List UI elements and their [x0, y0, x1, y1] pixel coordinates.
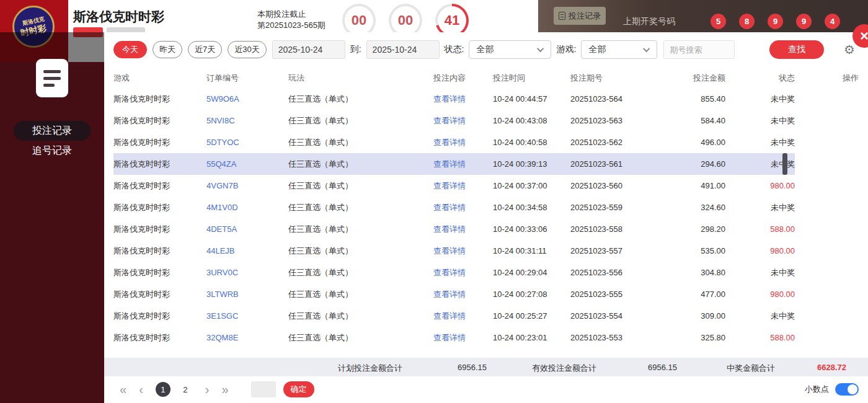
page-jump-input[interactable] [251, 381, 276, 397]
valid-total-label: 有效投注金额合计 [532, 363, 596, 374]
order-link[interactable]: 4M1V0D [206, 203, 288, 212]
prev-page-icon[interactable]: ‹ [139, 383, 143, 396]
amount-cell: 309.00 [645, 311, 725, 321]
status-cell: 未中奖 [725, 311, 795, 322]
column-header: 状态 [725, 73, 795, 84]
time-cell: 10-24 00:37:00 [493, 181, 570, 190]
order-link[interactable]: 4VGN7B [206, 181, 288, 190]
game-select[interactable]: 全部 [581, 40, 657, 59]
gear-icon[interactable]: ⚙ [844, 42, 855, 57]
order-link[interactable]: 3URV0C [206, 268, 288, 277]
play-cell: 任三直选（单式） [288, 159, 406, 170]
draw-number-ball: 9 [796, 14, 812, 29]
status-select[interactable]: 全部 [469, 40, 551, 59]
table-row[interactable]: 斯洛伐克时时彩3LTWRB任三直选（单式）查看详情10-24 00:27:082… [113, 283, 859, 305]
table-row[interactable]: 斯洛伐克时时彩5NVI8C任三直选（单式）查看详情10-24 00:43:082… [113, 110, 859, 131]
amount-cell: 294.60 [645, 159, 725, 169]
detail-link[interactable]: 查看详情 [406, 246, 493, 257]
game-cell: 斯洛伐克时时彩 [113, 289, 206, 300]
play-cell: 任三直选（单式） [288, 137, 406, 148]
column-header: 订单编号 [206, 73, 288, 84]
time-cell: 10-24 00:40:58 [493, 138, 570, 147]
planned-total-label: 计划投注金额合计 [338, 363, 402, 374]
game-cell: 斯洛伐克时时彩 [113, 332, 206, 343]
draw-number-ball: 5 [711, 14, 726, 29]
detail-link[interactable]: 查看详情 [406, 311, 493, 322]
sidebar-item-bet-records[interactable]: 投注记录 [14, 121, 91, 141]
deadline-period: 第20251023-565期 [257, 20, 326, 31]
sidebar-nav: 投注记录追号记录 [0, 97, 104, 161]
last-draw-label: 上期开奖号码 [623, 16, 675, 27]
table-row[interactable]: 斯洛伐克时时彩3E1SGC任三直选（单式）查看详情10-24 00:25:272… [113, 305, 859, 327]
detail-link[interactable]: 查看详情 [406, 159, 493, 170]
table-row[interactable]: 斯洛伐克时时彩44LEJB任三直选（单式）查看详情10-24 00:31:112… [113, 240, 859, 262]
quick-filter-button[interactable]: 近7天 [188, 41, 222, 58]
game-cell: 斯洛伐克时时彩 [113, 137, 206, 148]
to-label: 到: [350, 44, 361, 55]
table-row[interactable]: 斯洛伐克时时彩55Q4ZA任三直选（单式）查看详情10-24 00:39:132… [113, 153, 859, 175]
period-cell: 20251023-564 [570, 94, 645, 104]
time-cell: 10-24 00:39:13 [493, 159, 570, 169]
detail-link[interactable]: 查看详情 [406, 289, 493, 300]
period-search-input[interactable] [663, 40, 735, 59]
table-row[interactable]: 斯洛伐克时时彩5W9O6A任三直选（单式）查看详情10-24 00:44:572… [113, 88, 859, 110]
toggle-knob [848, 384, 857, 394]
play-cell: 任三直选（单式） [288, 311, 406, 322]
order-link[interactable]: 44LEJB [206, 246, 288, 255]
quick-filter-button[interactable]: 今天 [113, 41, 147, 58]
quick-filter-button[interactable]: 昨天 [153, 41, 182, 58]
table-row[interactable]: 斯洛伐克时时彩4M1V0D任三直选（单式）查看详情10-24 00:34:582… [113, 197, 859, 218]
confirm-button[interactable]: 确定 [283, 381, 314, 397]
first-page-icon[interactable]: « [120, 383, 126, 396]
table-row[interactable]: 斯洛伐克时时彩5DTYOC任三直选（单式）查看详情10-24 00:40:582… [113, 131, 859, 153]
draw-number-ball: 8 [739, 14, 755, 29]
column-header: 投注金额 [645, 73, 725, 84]
order-link[interactable]: 32QM8E [206, 333, 288, 342]
order-link[interactable]: 4DET5A [206, 224, 288, 234]
detail-link[interactable]: 查看详情 [406, 224, 493, 235]
detail-link[interactable]: 查看详情 [406, 137, 493, 148]
amount-cell: 477.00 [645, 290, 725, 299]
detail-link[interactable]: 查看详情 [406, 94, 493, 105]
table-row[interactable]: 斯洛伐克时时彩3URV0C任三直选（单式）查看详情10-24 00:29:042… [113, 262, 859, 283]
date-from-input[interactable] [272, 40, 345, 59]
order-link[interactable]: 5NVI8C [206, 116, 288, 125]
quick-filter-button[interactable]: 近30天 [228, 41, 266, 58]
table-row[interactable]: 斯洛伐克时时彩4VGN7B任三直选（单式）查看详情10-24 00:37:002… [113, 175, 859, 197]
table-row[interactable]: 斯洛伐克时时彩32QM8E任三直选（单式）查看详情10-24 00:23:012… [113, 327, 859, 348]
page-number-2[interactable]: 2 [178, 382, 193, 397]
status-cell: 未中奖 [725, 94, 795, 105]
detail-link[interactable]: 查看详情 [406, 115, 493, 126]
last-page-icon[interactable]: » [221, 383, 228, 396]
detail-link[interactable]: 查看详情 [406, 267, 493, 278]
time-cell: 10-24 00:27:08 [493, 290, 570, 299]
bet-record-button-label: 投注记录 [569, 11, 601, 22]
date-to-input[interactable] [366, 40, 440, 59]
detail-link[interactable]: 查看详情 [406, 332, 493, 343]
column-header: 玩法 [288, 73, 406, 84]
order-link[interactable]: 5W9O6A [206, 94, 288, 104]
order-link[interactable]: 3LTWRB [206, 290, 288, 299]
scrollbar-thumb[interactable] [782, 153, 787, 175]
sidebar-item-chase-records[interactable]: 追号记录 [14, 141, 91, 161]
table-row[interactable]: 斯洛伐克时时彩4DET5A任三直选（单式）查看详情10-24 00:33:062… [113, 218, 859, 240]
next-page-icon[interactable]: › [205, 383, 210, 396]
decimal-toggle[interactable] [835, 383, 859, 396]
win-total-value: 6628.72 [817, 363, 846, 372]
order-link[interactable]: 5DTYOC [206, 138, 288, 147]
play-cell: 任三直选（单式） [288, 246, 406, 257]
period-cell: 20251023-557 [570, 246, 645, 255]
game-select-value: 全部 [588, 44, 606, 55]
page-number-1[interactable]: 1 [156, 382, 170, 397]
detail-link[interactable]: 查看详情 [406, 202, 493, 213]
amount-cell: 325.80 [645, 333, 725, 342]
search-button[interactable]: 查找 [769, 40, 824, 59]
amount-cell: 298.20 [645, 224, 725, 234]
detail-link[interactable]: 查看详情 [406, 180, 493, 192]
time-cell: 10-24 00:31:11 [493, 246, 570, 255]
time-cell: 10-24 00:29:04 [493, 268, 570, 277]
order-link[interactable]: 55Q4ZA [206, 159, 288, 169]
bet-record-button[interactable]: 投注记录 [554, 7, 606, 25]
order-link[interactable]: 3E1SGC [206, 311, 288, 321]
period-cell: 20251023-553 [570, 333, 645, 342]
